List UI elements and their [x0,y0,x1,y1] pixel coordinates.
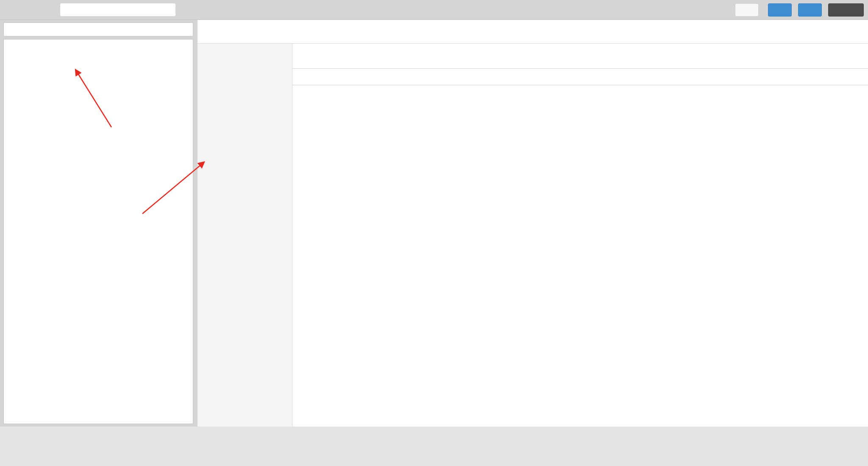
chevron-down-icon [181,26,189,33]
work-row [198,44,868,427]
node-panel [198,20,868,427]
global-search-input[interactable] [60,3,175,16]
user-icon [834,6,842,14]
main-row [0,20,868,427]
node-panel-header [198,20,868,44]
table-header [292,69,868,85]
network-content [292,44,868,427]
user-menu-button[interactable] [828,3,864,17]
chevron-down-icon [850,6,858,14]
proxmox-logo-icon [9,1,46,18]
documentation-button[interactable] [735,3,759,17]
cube-icon [804,6,812,14]
resource-tree [3,39,193,424]
create-vm-button[interactable] [768,3,792,17]
view-selector[interactable] [3,22,193,36]
node-nav-menu [198,44,292,427]
resource-tree-panel [0,20,198,427]
monitor-icon [774,6,782,14]
network-toolbar [292,44,868,69]
top-bar [0,0,868,20]
create-ct-button[interactable] [798,3,822,17]
proxmox-app-window [0,0,868,427]
book-icon [741,6,749,14]
